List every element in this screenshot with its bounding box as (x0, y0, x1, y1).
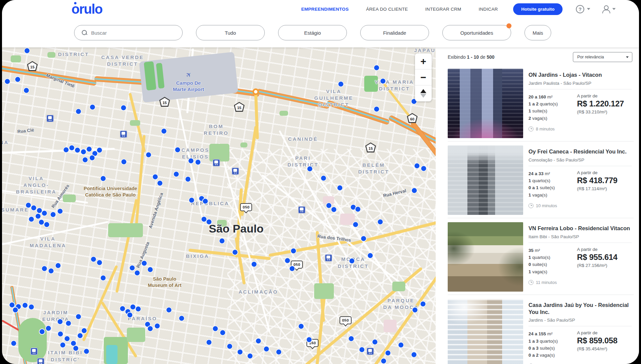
map-marker[interactable] (147, 325, 154, 332)
map-marker[interactable] (127, 312, 133, 318)
map-marker[interactable] (86, 146, 92, 152)
map-marker[interactable] (195, 159, 201, 165)
map-marker[interactable] (120, 105, 127, 111)
map-marker[interactable] (298, 323, 304, 330)
search-input[interactable] (91, 30, 165, 36)
map-marker[interactable] (57, 318, 63, 325)
map-marker[interactable] (22, 302, 28, 309)
map-marker[interactable] (251, 261, 257, 268)
filter-pill-estagio[interactable]: Estágio (278, 25, 347, 40)
map-marker[interactable] (50, 212, 56, 218)
map-marker[interactable] (134, 270, 141, 276)
map[interactable]: DISTRICTCASA VERDEDISTRICTJAPAUVILA MARI… (2, 47, 436, 364)
map-marker[interactable] (64, 336, 70, 342)
map-marker[interactable] (220, 330, 226, 336)
map-marker[interactable] (188, 197, 195, 204)
map-marker[interactable] (100, 175, 106, 181)
map-marker[interactable] (202, 198, 209, 205)
map-marker[interactable] (414, 162, 420, 169)
map-marker[interactable] (420, 165, 427, 171)
hotsite-gratuito-button[interactable]: Hotsite gratuito (513, 3, 563, 15)
help-menu[interactable]: ? (576, 5, 590, 13)
sort-dropdown[interactable]: Por relevância (573, 52, 632, 62)
map-marker[interactable] (100, 275, 106, 281)
map-marker[interactable] (24, 48, 30, 54)
map-marker[interactable] (284, 257, 290, 264)
map-marker[interactable] (81, 328, 87, 334)
listing-card[interactable]: Casa Jardins Jaú by You - Residencial Yo… (448, 297, 634, 364)
map-marker[interactable] (331, 206, 337, 213)
map-marker[interactable] (377, 219, 383, 225)
map-marker[interactable] (385, 350, 391, 356)
map-marker[interactable] (55, 262, 61, 269)
map-marker[interactable] (96, 260, 103, 266)
map-marker[interactable] (337, 185, 343, 191)
map-marker[interactable] (411, 187, 418, 194)
map-marker[interactable] (219, 238, 225, 244)
map-marker[interactable] (35, 213, 41, 219)
search-pill[interactable] (74, 25, 183, 40)
map-marker[interactable] (23, 87, 29, 94)
map-marker[interactable] (41, 210, 48, 217)
nav-item-indicar[interactable]: INDICAR (479, 7, 498, 12)
map-marker[interactable] (306, 336, 312, 343)
map-marker[interactable] (82, 156, 88, 163)
listing-card[interactable]: ON Jardins - Lojas - Vitacon Jardim Paul… (448, 67, 634, 137)
map-marker[interactable] (206, 219, 212, 225)
map-marker[interactable] (355, 206, 361, 212)
map-marker[interactable] (166, 307, 172, 313)
nav-item-integrar-crm[interactable]: INTEGRAR CRM (425, 7, 461, 12)
map-marker[interactable] (374, 64, 380, 71)
brand-logo[interactable]: orulo (71, 2, 102, 16)
listing-card[interactable]: Oy Frei Caneca - Residencial You Inc. Co… (448, 143, 634, 214)
map-marker[interactable] (121, 158, 127, 165)
map-marker[interactable] (247, 353, 253, 359)
map-marker[interactable] (380, 78, 386, 84)
map-marker[interactable] (372, 339, 378, 345)
map-marker[interactable] (359, 347, 365, 353)
map-marker[interactable] (4, 78, 10, 84)
map-marker[interactable] (348, 336, 354, 342)
map-marker[interactable] (83, 348, 90, 355)
map-marker[interactable] (28, 304, 35, 310)
filter-pill-finalidade[interactable]: Finalidade (360, 25, 429, 40)
map-marker[interactable] (289, 266, 295, 272)
map-marker[interactable] (349, 258, 355, 264)
map-marker[interactable] (39, 329, 45, 335)
map-marker[interactable] (135, 306, 141, 312)
map-marker[interactable] (398, 342, 404, 348)
map-marker[interactable] (290, 248, 296, 254)
map-marker[interactable] (173, 171, 180, 177)
listing-card[interactable]: VN Ferreira Lobo - Residencial Vitacon I… (448, 220, 634, 291)
map-marker[interactable] (129, 265, 135, 271)
zoom-in-button[interactable]: + (415, 53, 432, 69)
filter-pill-mais[interactable]: Mais (524, 25, 551, 40)
map-marker[interactable] (320, 175, 327, 181)
map-marker[interactable] (146, 151, 152, 158)
map-marker[interactable] (381, 358, 387, 364)
map-marker[interactable] (367, 253, 373, 259)
map-marker[interactable] (352, 222, 359, 228)
map-marker[interactable] (96, 147, 103, 153)
map-marker[interactable] (412, 307, 418, 313)
highlighted-map-marker[interactable] (252, 88, 259, 95)
map-marker[interactable] (237, 349, 243, 355)
map-marker[interactable] (185, 176, 191, 182)
map-marker[interactable] (74, 147, 81, 153)
map-marker[interactable] (75, 108, 81, 114)
map-marker[interactable] (232, 249, 238, 256)
map-marker[interactable] (212, 325, 219, 332)
map-marker[interactable] (41, 266, 48, 272)
map-marker[interactable] (75, 313, 81, 320)
map-marker[interactable] (361, 236, 367, 242)
map-marker[interactable] (411, 351, 417, 358)
map-marker[interactable] (226, 343, 233, 349)
map-marker[interactable] (59, 342, 66, 348)
map-marker[interactable] (307, 166, 313, 172)
map-marker[interactable] (141, 260, 148, 267)
map-marker[interactable] (275, 349, 282, 355)
map-marker[interactable] (206, 339, 212, 345)
nav-item-empreendimentos[interactable]: EMPREENDIMENTOS (301, 7, 349, 12)
map-marker[interactable] (89, 155, 95, 161)
map-marker[interactable] (338, 81, 344, 87)
